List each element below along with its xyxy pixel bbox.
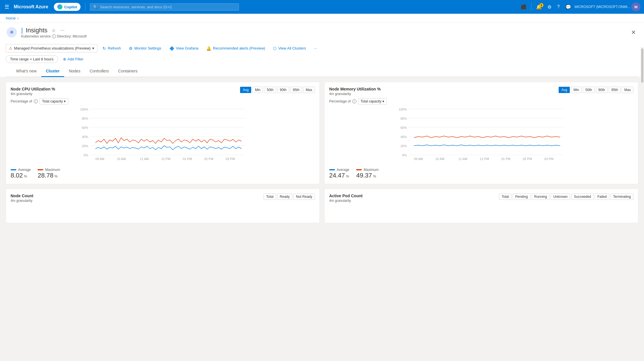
pod-unknown[interactable]: Unknown xyxy=(551,194,570,200)
pod-failed[interactable]: Failed xyxy=(595,194,609,200)
monitor-settings-label: Monitor Settings xyxy=(134,46,161,50)
svg-text:03 PM: 03 PM xyxy=(226,157,235,161)
svg-text:10 AM: 10 AM xyxy=(435,157,444,161)
nav-right: ⬛ 🔔 1 ⚙ ? 💬 MICROSOFT (MICROSOFT.ONMI...… xyxy=(519,2,641,11)
feedback-button[interactable]: 💬 xyxy=(563,3,574,11)
tab-whats-new[interactable]: What's new xyxy=(11,66,41,77)
cpu-stat-max[interactable]: Max xyxy=(303,87,315,93)
svg-text:10 AM: 10 AM xyxy=(117,157,126,161)
memory-stat-90th[interactable]: 90th xyxy=(596,87,608,93)
node-count-buttons: Total Ready Not Ready xyxy=(264,194,315,200)
hamburger-menu[interactable]: ☰ xyxy=(3,3,10,11)
memory-stat-min[interactable]: Min xyxy=(571,87,582,93)
notifications-button[interactable]: 🔔 1 xyxy=(534,3,544,11)
managed-prometheus-chevron: ▾ xyxy=(92,46,94,50)
search-input[interactable] xyxy=(100,5,236,9)
cpu-stat-min[interactable]: Min xyxy=(252,87,263,93)
more-options-button[interactable]: ··· xyxy=(60,27,66,34)
close-button[interactable]: ✕ xyxy=(629,28,638,37)
recommended-alerts-button[interactable]: 🔔 Recommended alerts (Preview) xyxy=(203,44,268,52)
memory-stat-max[interactable]: Max xyxy=(622,87,633,93)
memory-stat-avg[interactable]: Avg xyxy=(559,87,570,93)
view-all-clusters-button[interactable]: ⬡ View All Clusters xyxy=(270,44,309,52)
svg-text:20%: 20% xyxy=(400,144,407,148)
memory-stat-buttons: Avg Min 50th 90th 95th Max xyxy=(559,87,633,93)
cpu-info-icon[interactable]: i xyxy=(34,99,38,103)
filter-icon: ⊕ xyxy=(63,57,66,61)
cpu-stat-buttons: Avg Min 50th 90th 95th Max xyxy=(240,87,315,93)
charts-row-2: Node Count 4m granularity Total Ready No… xyxy=(6,189,638,223)
node-count-not-ready[interactable]: Not Ready xyxy=(293,194,315,200)
time-range-button[interactable]: Time range = Last 6 hours xyxy=(6,55,58,63)
memory-info-icon[interactable]: i xyxy=(352,99,356,103)
scrollbar-track[interactable] xyxy=(641,47,644,230)
svg-text:0%: 0% xyxy=(84,153,88,157)
svg-text:0%: 0% xyxy=(402,153,407,157)
settings-button[interactable]: ⚙ xyxy=(545,3,554,11)
pod-total[interactable]: Total xyxy=(499,194,511,200)
memory-stat-95th[interactable]: 95th xyxy=(609,87,621,93)
copilot-button[interactable]: Copilot xyxy=(54,3,80,11)
node-count-card: Node Count 4m granularity Total Ready No… xyxy=(6,189,320,223)
svg-text:100%: 100% xyxy=(80,108,88,111)
subtitle-directory: Directory: Microsoft xyxy=(57,34,87,38)
svg-text:02 PM: 02 PM xyxy=(523,157,532,161)
subtitle-service: Kubernetes service xyxy=(21,34,51,38)
cpu-stat-50th[interactable]: 50th xyxy=(264,87,276,93)
grafana-icon: 🔷 xyxy=(169,46,174,51)
active-pod-buttons: Total Pending Running Unknown Succeeded … xyxy=(499,194,633,200)
memory-chart-legend: Average 24.47 % Maximum 49.37 % xyxy=(329,168,633,179)
tab-nodes[interactable]: Nodes xyxy=(64,66,85,77)
add-filter-label: Add Filter xyxy=(68,57,84,61)
memory-capacity-dropdown[interactable]: Total capacity ▾ xyxy=(358,98,387,104)
tab-containers[interactable]: Containers xyxy=(113,66,142,77)
breadcrumb-chevron: › xyxy=(17,16,19,20)
toolbar-overflow-button[interactable]: ··· xyxy=(311,44,320,52)
pod-pending[interactable]: Pending xyxy=(513,194,530,200)
active-pod-count-card: Active Pod Count 4m granularity Total Pe… xyxy=(324,189,638,223)
pod-running[interactable]: Running xyxy=(532,194,550,200)
cpu-stat-avg[interactable]: Avg xyxy=(240,87,251,93)
info-icon[interactable]: i xyxy=(52,34,56,38)
cpu-capacity-dropdown[interactable]: Total capacity ▾ xyxy=(40,98,68,104)
view-grafana-button[interactable]: 🔷 View Grafana xyxy=(166,44,201,52)
managed-prometheus-button[interactable]: ⚠ Managed Prometheus visualizations (Pre… xyxy=(6,44,97,52)
breadcrumb-home[interactable]: Home xyxy=(6,16,16,20)
managed-prometheus-label: Managed Prometheus visualizations (Previ… xyxy=(14,46,91,50)
favorite-button[interactable]: ☆ xyxy=(50,27,57,34)
memory-avg-label: Average xyxy=(337,168,349,172)
pod-succeeded[interactable]: Succeeded xyxy=(571,194,594,200)
cpu-max-legend: Maximum 28.78 % xyxy=(38,168,60,179)
node-count-total[interactable]: Total xyxy=(264,194,276,200)
refresh-button[interactable]: ↻ Refresh xyxy=(100,44,124,52)
memory-stat-50th[interactable]: 50th xyxy=(583,87,594,93)
memory-max-color-bar xyxy=(356,169,362,170)
svg-text:12 PM: 12 PM xyxy=(480,157,489,161)
memory-avg-legend: Average 24.47 % xyxy=(329,168,349,179)
add-filter-button[interactable]: ⊕ Add Filter xyxy=(61,56,86,63)
monitor-settings-button[interactable]: ⚙ Monitor Settings xyxy=(126,44,164,52)
pod-terminating[interactable]: Terminating xyxy=(610,194,633,200)
svg-text:60%: 60% xyxy=(400,126,407,129)
clusters-icon: ⬡ xyxy=(273,46,276,51)
user-avatar[interactable]: M xyxy=(631,2,641,11)
nav-divider xyxy=(85,3,85,11)
memory-max-unit: % xyxy=(373,174,376,178)
search-bar[interactable]: 🔍 xyxy=(90,3,239,11)
tab-controllers[interactable]: Controllers xyxy=(85,66,114,77)
copilot-label: Copilot xyxy=(64,5,77,9)
svg-text:09 AM: 09 AM xyxy=(414,157,423,161)
cpu-stat-90th[interactable]: 90th xyxy=(277,87,289,93)
node-count-ready[interactable]: Ready xyxy=(277,194,292,200)
tab-cluster[interactable]: Cluster xyxy=(41,66,64,77)
top-nav: ☰ Microsoft Azure Copilot 🔍 ⬛ 🔔 1 ⚙ xyxy=(0,0,644,14)
svg-point-0 xyxy=(57,4,62,9)
memory-avg-color-bar xyxy=(329,169,335,170)
cpu-stat-95th[interactable]: 95th xyxy=(290,87,302,93)
memory-max-label: Maximum xyxy=(364,168,378,172)
active-pod-title: Active Pod Count xyxy=(329,194,363,198)
scrollbar-thumb[interactable] xyxy=(641,48,643,83)
cloud-shell-button[interactable]: ⬛ xyxy=(519,3,529,11)
charts-row-1: Node CPU Utilization % 4m granularity Av… xyxy=(6,82,638,184)
help-button[interactable]: ? xyxy=(555,3,562,11)
